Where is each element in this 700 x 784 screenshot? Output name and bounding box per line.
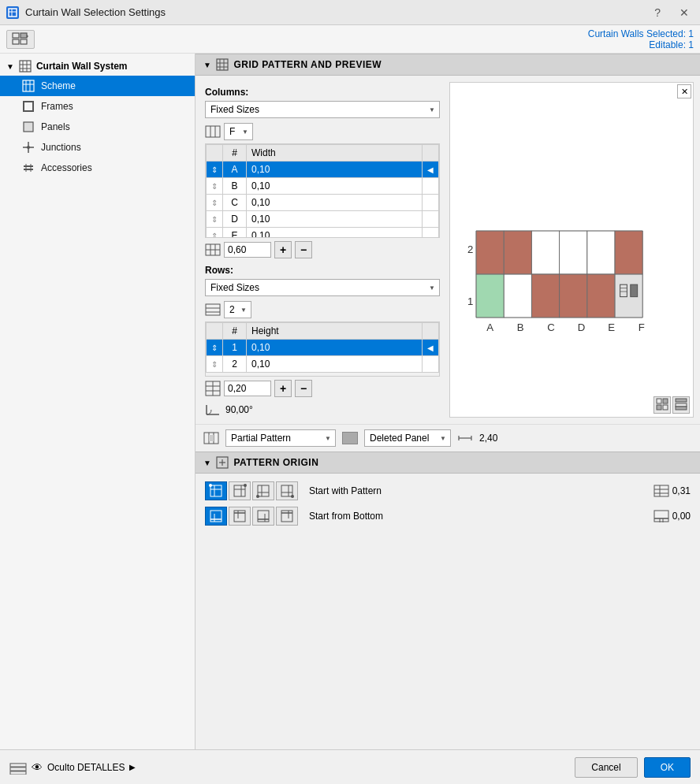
sidebar-item-frames[interactable]: Frames (0, 96, 195, 117)
svg-rect-118 (210, 511, 222, 522)
title-bar-controls: ? ✕ (650, 5, 694, 20)
grid-section-header[interactable]: ▼ GRID PATTERN AND PREVIEW (195, 54, 700, 76)
svg-rect-8 (20, 61, 31, 72)
preview-svg: 2 1 A B C D E F (450, 98, 693, 433)
origin-btn-2-2[interactable] (229, 507, 251, 526)
sidebar-item-panels[interactable]: Panels (0, 117, 195, 137)
toolbar-left (6, 30, 35, 49)
rows-number-wrapper[interactable]: 213 (224, 301, 251, 318)
table-row[interactable]: ⇕ A 0,10 ◀ (207, 162, 439, 178)
sidebar-item-junctions[interactable]: Junctions (0, 137, 195, 158)
svg-rect-57 (531, 231, 559, 274)
pattern-origin-header[interactable]: ▼ PATTERN ORIGIN (195, 451, 700, 474)
toolbar-icon-btn[interactable] (6, 30, 35, 49)
pattern-origin-content: Start with Pattern 0,31 (195, 474, 700, 540)
grid-panel-preview: Columns: Fixed Sizes (195, 76, 700, 424)
rows-table-container[interactable]: # Height ⇕ 1 0,10 ◀ ⇕ 2 0,10 (205, 321, 440, 377)
frames-icon (22, 100, 35, 113)
svg-text:D: D (578, 321, 586, 333)
svg-rect-4 (13, 39, 19, 44)
columns-total-input[interactable]: 0,60 (224, 242, 271, 258)
origin-btn-2-4[interactable] (276, 507, 298, 526)
svg-rect-135 (10, 767, 26, 771)
columns-dropdown-wrapper[interactable]: Fixed Sizes (205, 101, 440, 118)
svg-rect-0 (9, 9, 17, 17)
rows-add-btn[interactable]: + (274, 380, 292, 397)
rows-total-icon (205, 381, 221, 396)
origin-btn-1-1[interactable] (205, 481, 227, 500)
columns-table-container[interactable]: # Width ⇕ A 0,10 ◀ ⇕ B 0,10 ⇕ (205, 143, 440, 238)
svg-marker-7 (27, 35, 28, 38)
value-cell: 0,10 (247, 195, 423, 211)
rows-dropdown[interactable]: Fixed Sizes (205, 279, 440, 296)
sidebar-item-frames-label: Frames (41, 101, 73, 112)
id-cell: A (223, 162, 247, 178)
sidebar-item-junctions-label: Junctions (41, 142, 81, 153)
pattern-dropdown[interactable]: Partial Pattern (225, 429, 336, 447)
cancel-button[interactable]: Cancel (575, 757, 637, 778)
content-area: ▼ GRID PATTERN AND PREVIEW Columns: (195, 54, 700, 749)
footer: 👁 Oculto DETALLES ▶ Cancel OK (0, 749, 700, 784)
table-row[interactable]: ⇕ C 0,10 (207, 195, 439, 211)
deleted-panel-dropdown[interactable]: Deleted Panel (364, 429, 451, 447)
view-toggle-grid-btn[interactable] (653, 396, 671, 414)
sel-cell (423, 195, 439, 211)
pattern-dropdown-wrapper[interactable]: Partial Pattern (225, 429, 336, 447)
svg-rect-3 (13, 33, 19, 38)
origin-btn-2-3[interactable] (252, 507, 274, 526)
table-row[interactable]: ⇕ 2 0,10 (207, 356, 439, 373)
preview-close-btn[interactable]: ✕ (677, 84, 691, 98)
close-button[interactable]: ✕ (675, 5, 694, 20)
svg-rect-58 (560, 231, 587, 274)
id-cell: 1 (223, 340, 247, 356)
origin-btn-2-1[interactable] (205, 507, 227, 526)
svg-text:B: B (517, 321, 524, 333)
svg-rect-98 (210, 485, 222, 496)
origin-btn-1-4[interactable] (276, 481, 298, 500)
sidebar-item-accessories[interactable]: Accessories (0, 158, 195, 178)
row-drag-header (207, 323, 223, 340)
origin-row1-value: 0,31 (672, 485, 691, 496)
deleted-panel-dropdown-wrapper[interactable]: Deleted Panel (364, 429, 451, 447)
drag-cell: ⇕ (207, 211, 223, 228)
view-toggle-list-btn[interactable] (672, 396, 690, 414)
rows-remove-btn[interactable]: − (295, 380, 312, 397)
table-row[interactable]: ⇕ D 0,10 (207, 211, 439, 228)
angle-value: 90,00° (225, 404, 253, 415)
drag-cell: ⇕ (207, 195, 223, 211)
sidebar-item-scheme[interactable]: Scheme (0, 76, 195, 96)
svg-point-109 (256, 495, 259, 498)
origin-row-2: Start from Bottom 0,00 (205, 507, 691, 526)
value-cell: 0,10 (247, 356, 423, 373)
help-button[interactable]: ? (650, 5, 665, 20)
rows-total-input[interactable]: 0,20 (224, 381, 271, 396)
table-row[interactable]: ⇕ E 0,10 (207, 228, 439, 239)
sidebar-section-header[interactable]: ▼ Curtain Wall System (0, 57, 195, 76)
origin-btn-1-2[interactable] (229, 481, 251, 500)
svg-rect-110 (281, 485, 292, 496)
view-toggle-group (653, 396, 690, 414)
svg-rect-91 (209, 435, 214, 441)
grid-section-icon (216, 58, 229, 71)
rows-number-select[interactable]: 213 (224, 301, 251, 318)
table-row[interactable]: ⇕ 1 0,10 ◀ (207, 340, 439, 356)
columns-remove-btn[interactable]: − (295, 241, 312, 258)
svg-rect-64 (560, 274, 587, 318)
origin-row1-value-icon (653, 485, 669, 497)
columns-letter-select[interactable]: FABC (224, 123, 253, 140)
columns-add-btn[interactable]: + (274, 241, 292, 258)
svg-point-21 (27, 146, 30, 149)
origin-row2-value: 0,00 (672, 511, 691, 522)
pattern-origin-section: ▼ PATTERN ORIGIN (195, 451, 700, 540)
origin-row1-icons (205, 481, 298, 500)
origin-btn-1-3[interactable] (252, 481, 274, 500)
col-hash-header: # (223, 145, 247, 162)
columns-total-row: 0,60 + − (205, 241, 440, 258)
footer-layers-icon (9, 760, 27, 775)
columns-letter-wrapper[interactable]: FABC (224, 123, 253, 140)
svg-rect-31 (206, 126, 220, 137)
ok-button[interactable]: OK (644, 757, 691, 778)
columns-dropdown[interactable]: Fixed Sizes (205, 101, 440, 118)
table-row[interactable]: ⇕ B 0,10 (207, 178, 439, 195)
rows-dropdown-wrapper[interactable]: Fixed Sizes (205, 279, 440, 296)
